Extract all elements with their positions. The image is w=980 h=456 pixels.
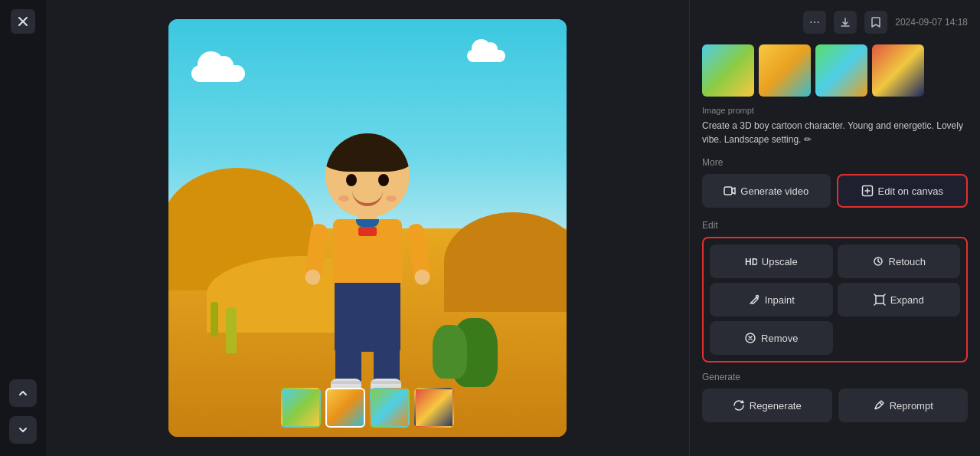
edit-grid: HD Upscale Retouch Inpaint — [710, 244, 960, 355]
more-options-button[interactable]: ⋯ — [803, 11, 826, 34]
chevron-down-icon — [18, 425, 28, 435]
inpaint-button[interactable]: Inpaint — [710, 283, 833, 317]
character-face — [337, 160, 398, 214]
regenerate-button[interactable]: Regenerate — [702, 389, 832, 422]
edit-on-canvas-label: Edit on canvas — [878, 185, 943, 197]
character-shirt — [333, 219, 402, 288]
generate-row: Regenerate Reprompt — [702, 389, 968, 422]
panel-thumbnail-4[interactable] — [872, 44, 924, 97]
remove-label: Remove — [761, 333, 798, 344]
main-image-wrapper — [168, 19, 567, 437]
cloud-right — [467, 50, 505, 62]
tree-left-1 — [226, 307, 237, 353]
upscale-icon: HD — [745, 255, 757, 267]
app-container: ⋯ 2024-09-07 14:18 Image prompt Create — [0, 0, 980, 456]
character-collar — [356, 219, 379, 227]
more-row: Generate video Edit on canvas — [702, 174, 968, 208]
bookmark-icon — [871, 17, 880, 28]
generate-video-button[interactable]: Generate video — [702, 174, 831, 208]
main-content — [46, 0, 689, 456]
expand-icon — [874, 294, 886, 306]
expand-label: Expand — [890, 294, 924, 306]
prompt-text: Create a 3D boy cartoon character. Young… — [702, 119, 968, 146]
download-button[interactable] — [834, 11, 857, 34]
character-eye-left — [346, 174, 357, 186]
reprompt-label: Reprompt — [890, 400, 933, 412]
panel-thumbnail-2[interactable] — [759, 44, 811, 97]
download-icon — [840, 17, 851, 28]
character-head — [325, 133, 410, 218]
remove-button[interactable]: Remove — [710, 321, 833, 355]
thumbnail-4[interactable] — [414, 388, 454, 428]
svg-rect-5 — [876, 296, 884, 303]
panel-thumbnail-3[interactable] — [815, 44, 867, 97]
character-pants — [335, 283, 400, 352]
nav-down-button[interactable] — [9, 416, 37, 444]
retouch-button[interactable]: Retouch — [838, 244, 961, 278]
video-icon — [724, 185, 736, 197]
expand-button[interactable]: Expand — [838, 283, 961, 317]
character-smile — [352, 191, 383, 206]
panel-thumbs — [702, 44, 968, 97]
reprompt-icon — [873, 399, 885, 412]
thumbnail-3[interactable] — [370, 388, 410, 428]
right-panel: ⋯ 2024-09-07 14:18 Image prompt Create — [689, 0, 980, 456]
more-options-icon: ⋯ — [809, 16, 820, 28]
character-hand-left — [304, 268, 322, 286]
more-section-label: More — [702, 157, 968, 168]
chevron-up-icon — [18, 388, 28, 399]
character-arm-right — [407, 223, 431, 282]
bookmark-button[interactable] — [864, 11, 887, 34]
retouch-label: Retouch — [889, 256, 926, 267]
prompt-label: Image prompt — [702, 106, 968, 115]
character-arm-left — [304, 223, 328, 282]
edit-on-canvas-button[interactable]: Edit on canvas — [837, 174, 969, 208]
panel-thumbnail-1[interactable] — [702, 44, 754, 97]
main-image — [168, 19, 567, 437]
thumbnail-2[interactable] — [325, 388, 365, 428]
character-bowtie — [358, 227, 377, 236]
canvas-icon — [861, 185, 874, 197]
thumbnail-1[interactable] — [281, 388, 321, 428]
svg-point-4 — [756, 296, 758, 298]
generate-video-label: Generate video — [740, 185, 808, 197]
character-scene — [168, 19, 567, 437]
remove-icon — [744, 332, 756, 344]
tree-left-2 — [211, 302, 218, 336]
close-icon — [18, 16, 28, 27]
svg-text:HD: HD — [745, 257, 757, 267]
character-cheek-right — [386, 195, 397, 202]
edit-section-label: Edit — [702, 220, 968, 231]
generate-section-label: Generate — [702, 372, 968, 382]
inpaint-icon — [748, 294, 760, 306]
panel-topbar: ⋯ 2024-09-07 14:18 — [702, 11, 968, 34]
character-hand-right — [413, 268, 431, 286]
thumbnail-strip — [281, 388, 454, 428]
retouch-icon — [872, 255, 884, 267]
character-cheek-left — [338, 195, 349, 202]
regenerate-icon — [733, 399, 745, 412]
svg-rect-0 — [724, 187, 732, 195]
upscale-button[interactable]: HD Upscale — [710, 244, 833, 278]
character-eye-right — [378, 174, 389, 186]
close-button[interactable] — [11, 9, 35, 34]
character — [291, 133, 444, 379]
edit-grid-container: HD Upscale Retouch Inpaint — [702, 237, 968, 363]
reprompt-button[interactable]: Reprompt — [838, 389, 969, 422]
inpaint-label: Inpaint — [765, 294, 795, 306]
regenerate-label: Regenerate — [750, 400, 802, 412]
upscale-label: Upscale — [762, 256, 798, 267]
left-sidebar — [0, 0, 46, 456]
cloud-left — [191, 65, 245, 82]
nav-up-button[interactable] — [9, 379, 37, 407]
timestamp: 2024-09-07 14:18 — [895, 17, 968, 28]
